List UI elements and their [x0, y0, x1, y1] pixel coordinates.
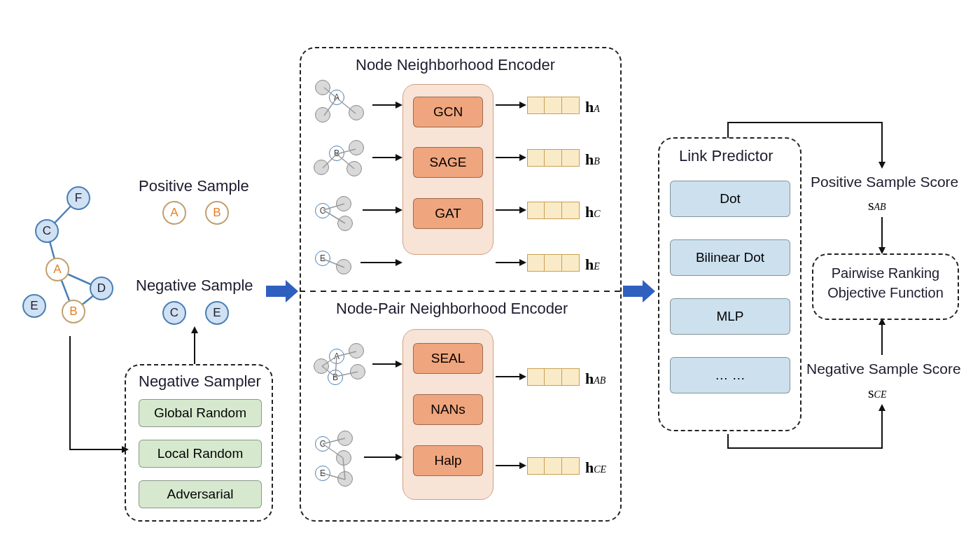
vec-hAB [527, 368, 580, 386]
objective-title: Pairwise Ranking Objective Function [820, 263, 951, 302]
negative-sampler-title: Negative Sampler [139, 372, 261, 391]
label-hA: hA [585, 98, 600, 116]
vec-hCE [527, 457, 580, 475]
vec-hE [527, 254, 580, 272]
svg-marker-22 [396, 154, 402, 161]
label-hC: hC [585, 203, 601, 221]
pair-encoder-arrows [308, 329, 623, 504]
svg-marker-30 [519, 154, 526, 161]
svg-marker-34 [519, 259, 526, 266]
label-hAB: hAB [585, 370, 606, 388]
neg-score-symbol: sCE [868, 384, 886, 402]
node-encoder-title: Node Neighborhood Encoder [356, 56, 555, 74]
svg-marker-28 [519, 102, 526, 109]
svg-marker-20 [396, 102, 402, 109]
svg-marker-51 [519, 462, 526, 469]
pos-score-symbol: sAB [868, 196, 886, 214]
svg-marker-26 [396, 259, 402, 266]
encoder-divider [300, 291, 622, 292]
label-hCE: hCE [585, 459, 606, 477]
sampler-option-adv: Adversarial [139, 480, 262, 508]
vec-hC [527, 202, 580, 219]
svg-marker-49 [519, 373, 526, 380]
svg-marker-8 [623, 280, 655, 302]
flow-arrow-1 [266, 277, 300, 305]
sampler-option-local: Local Random [139, 440, 262, 468]
sampler-option-global: Global Random [139, 399, 262, 427]
svg-marker-6 [191, 326, 198, 333]
svg-marker-55 [878, 404, 886, 411]
svg-marker-24 [396, 207, 402, 214]
pair-encoder-title: Node-Pair Neighborhood Encoder [336, 300, 568, 318]
flow-arrow-2 [623, 277, 657, 305]
vec-hA [527, 97, 580, 114]
label-hB: hB [585, 151, 600, 169]
vec-hB [527, 149, 580, 167]
svg-marker-52 [878, 162, 886, 169]
svg-marker-47 [396, 454, 402, 461]
pos-score-label: Positive Sample Score [811, 174, 958, 190]
label-hE: hE [585, 256, 600, 274]
svg-marker-45 [396, 361, 402, 368]
svg-marker-7 [266, 280, 298, 302]
svg-marker-32 [519, 207, 526, 214]
neg-score-label: Negative Sample Score [806, 361, 961, 377]
